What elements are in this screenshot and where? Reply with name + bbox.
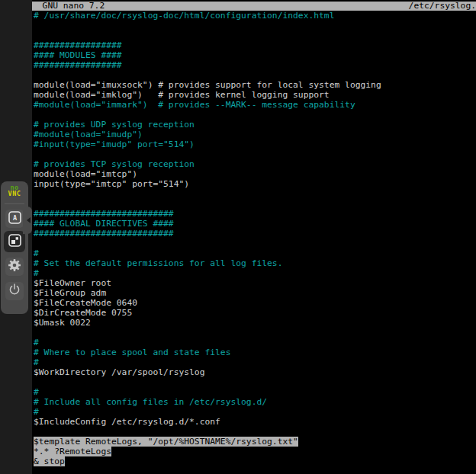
editor-line[interactable]: #	[34, 338, 474, 347]
nano-version-label: GNU nano 7.2	[32, 2, 105, 11]
editor-line[interactable]: # provides UDP syslog reception	[34, 120, 474, 130]
editor-line[interactable]: #### MODULES ####	[34, 50, 474, 60]
vnc-control-bar: no VNC A	[1, 181, 28, 314]
editor-line[interactable]: #	[34, 407, 474, 417]
editor-line-text: ###########################	[34, 209, 174, 219]
editor-line[interactable]: #	[34, 248, 474, 258]
editor-line-text: module(load="imtcp")	[34, 169, 137, 179]
power-button[interactable]	[5, 282, 24, 300]
editor-line[interactable]: module(load="imklog") # provides kernel …	[34, 90, 474, 100]
editor-line[interactable]: $IncludeConfig /etc/rsyslog.d/*.conf	[34, 417, 474, 427]
editor-line[interactable]	[34, 239, 474, 248]
editor-line-text: $FileGroup adm	[34, 288, 106, 298]
editor-line-text: #	[34, 248, 39, 258]
editor-line[interactable]: $Umask 0022	[34, 318, 474, 328]
clipboard-button[interactable]: A	[5, 210, 24, 228]
novnc-logo-vnc: VNC	[1, 191, 28, 197]
editor-line[interactable]	[34, 70, 474, 80]
editor-line[interactable]: #################	[34, 40, 474, 50]
editor-line-text: $WorkDirectory /var/spool/rsyslog	[34, 367, 204, 377]
editor-line[interactable]	[34, 189, 474, 199]
editor-line-text: # provides UDP syslog reception	[34, 120, 195, 130]
editor-line[interactable]: # /usr/share/doc/rsyslog-doc/html/config…	[34, 11, 474, 21]
gear-icon	[8, 258, 21, 275]
editor-line[interactable]: #	[34, 357, 474, 367]
editor-line-text: # Where to place spool and state files	[34, 347, 230, 357]
editor-line-text: ###########################	[34, 229, 174, 239]
editor-line[interactable]: $template RemoteLogs, "/opt/%HOSTNAME%/r…	[34, 437, 474, 447]
editor-line[interactable]: #	[34, 268, 474, 278]
editor-line[interactable]	[34, 328, 474, 338]
nano-filename-label: /etc/rsyslog.	[409, 2, 476, 11]
editor-line-text: #	[34, 407, 39, 417]
editor-line[interactable]	[34, 30, 474, 40]
editor-line-text: input(type="imtcp" port="514")	[34, 179, 189, 189]
editor-line[interactable]: #	[34, 387, 474, 397]
editor-line-text: #module(load="imudp")	[34, 130, 143, 139]
editor-line-text: *.* ?RemoteLogs	[34, 447, 111, 456]
editor-line[interactable]: $DirCreateMode 0755	[34, 308, 474, 318]
fullscreen-icon	[8, 234, 21, 250]
editor-line[interactable]: module(load="imtcp")	[34, 169, 474, 179]
editor-line-text: #	[34, 268, 39, 278]
terminal-window[interactable]: GNU nano 7.2 /etc/rsyslog. # /usr/share/…	[32, 0, 476, 474]
editor-line-text: #module(load="immark") # provides --MARK…	[34, 100, 355, 110]
collapse-left-icon	[27, 217, 31, 223]
editor-line-text: $FileCreateMode 0640	[34, 298, 137, 308]
editor-line-text: & stop	[34, 456, 65, 466]
editor-line[interactable]: $FileGroup adm	[34, 288, 474, 298]
novnc-logo: no VNC	[1, 185, 28, 197]
editor-line-text: module(load="imuxsock") # provides suppo…	[34, 80, 381, 90]
editor-line[interactable]: ###########################	[34, 229, 474, 239]
editor-line[interactable]: $WorkDirectory /var/spool/rsyslog	[34, 367, 474, 377]
editor-line[interactable]: input(type="imtcp" port="514")	[34, 179, 474, 189]
panel-divider	[5, 203, 24, 204]
editor-line-text: $Umask 0022	[34, 318, 91, 328]
editor-line-text: $DirCreateMode 0755	[34, 308, 132, 318]
editor-line[interactable]: #### GLOBAL DIRECTIVES ####	[34, 219, 474, 229]
editor-line-text: #################	[34, 60, 122, 70]
editor-line[interactable]: $FileCreateMode 0640	[34, 298, 474, 308]
editor-line[interactable]	[34, 199, 474, 209]
editor-line[interactable]: # Where to place spool and state files	[34, 347, 474, 357]
editor-line-text: #	[34, 357, 39, 367]
editor-line[interactable]: ###########################	[34, 209, 474, 219]
editor-line[interactable]	[34, 149, 474, 159]
editor-line-text: #	[34, 338, 39, 347]
editor-line-text: $template RemoteLogs, "/opt/%HOSTNAME%/r…	[34, 437, 298, 447]
editor-line[interactable]: # provides TCP syslog reception	[34, 159, 474, 169]
editor-line-text: #### MODULES ####	[34, 50, 122, 60]
nano-titlebar: GNU nano 7.2 /etc/rsyslog.	[32, 2, 476, 11]
editor-line-text: #input(type="imudp" port="514")	[34, 139, 195, 149]
editor-line-text: $IncludeConfig /etc/rsyslog.d/*.conf	[34, 417, 220, 427]
control-bar-handle[interactable]	[23, 207, 32, 234]
editor-line[interactable]: # Include all config files in /etc/rsysl…	[34, 397, 474, 407]
editor-buffer[interactable]: # /usr/share/doc/rsyslog-doc/html/config…	[34, 11, 474, 466]
editor-line[interactable]	[34, 110, 474, 120]
clipboard-a-icon: A	[8, 211, 21, 227]
editor-line-text: #	[34, 387, 39, 397]
editor-line[interactable]	[34, 21, 474, 30]
editor-line[interactable]: #input(type="imudp" port="514")	[34, 139, 474, 149]
editor-line[interactable]: module(load="imuxsock") # provides suppo…	[34, 80, 474, 90]
editor-line-text: #################	[34, 40, 122, 50]
screen: no VNC A	[0, 0, 476, 474]
editor-line[interactable]: & stop	[34, 456, 474, 466]
editor-line-text: #### GLOBAL DIRECTIVES ####	[34, 219, 174, 229]
editor-line-text: # provides TCP syslog reception	[34, 159, 195, 169]
fullscreen-button[interactable]	[4, 231, 25, 252]
settings-button[interactable]	[5, 258, 24, 276]
editor-line-text: # Set the default permissions for all lo…	[34, 258, 282, 268]
editor-line[interactable]: #module(load="imudp")	[34, 130, 474, 139]
editor-line[interactable]: *.* ?RemoteLogs	[34, 447, 474, 456]
svg-text:A: A	[12, 214, 16, 222]
editor-line[interactable]	[34, 377, 474, 387]
editor-line-text: # Include all config files in /etc/rsysl…	[34, 397, 267, 407]
editor-line[interactable]	[34, 427, 474, 437]
editor-line[interactable]: # Set the default permissions for all lo…	[34, 258, 474, 268]
editor-line[interactable]: #module(load="immark") # provides --MARK…	[34, 100, 474, 110]
editor-line-text: $FileOwner root	[34, 278, 111, 288]
editor-line[interactable]: $FileOwner root	[34, 278, 474, 288]
editor-line[interactable]: #################	[34, 60, 474, 70]
power-icon	[8, 283, 21, 299]
